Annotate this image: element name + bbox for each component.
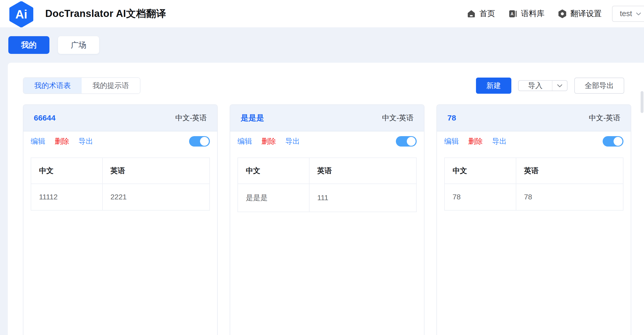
card-title[interactable]: 是是是 xyxy=(241,113,264,123)
panel-actions: 新建 导入 全部导出 xyxy=(476,78,624,94)
table-row: 是是是 111 xyxy=(238,184,416,212)
edit-link[interactable]: 编辑 xyxy=(237,136,252,146)
tab-my-glossaries[interactable]: 我的术语表 xyxy=(23,78,82,93)
card-title[interactable]: 78 xyxy=(447,113,456,122)
glossary-card-list: 66644 中文-英语 编辑 删除 导出 中文 英语 xyxy=(23,104,631,335)
delete-link[interactable]: 删除 xyxy=(468,136,483,146)
terms-table: 中文 英语 78 78 xyxy=(444,157,623,211)
card-body: 编辑 删除 导出 中文 英语 11112 2221 xyxy=(23,131,217,211)
card-title[interactable]: 66644 xyxy=(34,113,55,122)
account-name: test xyxy=(620,9,632,18)
terms-table: 中文 英语 11112 2221 xyxy=(31,157,210,211)
cell-source-term: 是是是 xyxy=(238,184,309,212)
delete-link[interactable]: 删除 xyxy=(261,136,276,146)
export-all-button[interactable]: 全部导出 xyxy=(574,78,624,94)
tab-plaza[interactable]: 广场 xyxy=(58,36,99,54)
toggle-knob xyxy=(407,137,416,146)
card-language-pair: 中文-英语 xyxy=(175,113,207,123)
card-language-pair: 中文-英语 xyxy=(589,113,620,123)
enable-toggle[interactable] xyxy=(603,136,623,147)
card-language-pair: 中文-英语 xyxy=(382,113,414,123)
page-tabs: 我的 广场 xyxy=(8,36,644,54)
app-logo-icon: Ai xyxy=(8,1,34,27)
top-nav: 首页 A 语料库 翻译设置 xyxy=(467,8,602,19)
export-link[interactable]: 导出 xyxy=(79,136,93,146)
chevron-down-icon xyxy=(556,82,563,89)
corpus-icon: A xyxy=(508,9,517,18)
tab-my-prompts[interactable]: 我的提示语 xyxy=(82,78,140,93)
glossary-card: 66644 中文-英语 编辑 删除 导出 中文 英语 xyxy=(23,104,218,335)
glossary-card: 是是是 中文-英语 编辑 删除 导出 中文 英语 xyxy=(230,104,424,335)
column-header-target: 英语 xyxy=(309,158,416,184)
import-split-button: 导入 xyxy=(518,80,568,91)
card-body: 编辑 删除 导出 中文 英语 78 78 xyxy=(437,131,631,211)
create-button[interactable]: 新建 xyxy=(476,78,511,94)
cell-source-term: 11112 xyxy=(31,184,102,210)
toggle-knob xyxy=(614,137,622,146)
svg-text:Ai: Ai xyxy=(15,8,27,21)
nav-item-label: 语料库 xyxy=(521,8,544,19)
table-row: 11112 2221 xyxy=(31,184,210,210)
column-header-target: 英语 xyxy=(102,158,210,184)
svg-text:A: A xyxy=(511,11,513,16)
card-header: 66644 中文-英语 xyxy=(23,105,217,131)
nav-item-corpus[interactable]: A 语料库 xyxy=(508,8,544,19)
scrollbar-thumb[interactable] xyxy=(641,91,643,113)
edit-link[interactable]: 编辑 xyxy=(444,136,459,146)
toggle-knob xyxy=(200,137,209,146)
delete-link[interactable]: 删除 xyxy=(55,136,69,146)
tab-mine[interactable]: 我的 xyxy=(8,36,49,54)
nav-item-label: 首页 xyxy=(479,8,495,19)
cell-target-term: 111 xyxy=(309,184,416,212)
cell-target-term: 2221 xyxy=(102,184,210,210)
glossary-card: 78 中文-英语 编辑 删除 导出 中文 英语 7 xyxy=(436,104,631,335)
card-actions: 编辑 删除 导出 xyxy=(444,136,623,147)
nav-item-translation-settings[interactable]: 翻译设置 xyxy=(558,8,602,19)
nav-item-label: 翻译设置 xyxy=(570,8,602,19)
card-header: 是是是 中文-英语 xyxy=(230,105,424,131)
export-link[interactable]: 导出 xyxy=(285,136,300,146)
column-header-source: 中文 xyxy=(31,158,102,184)
card-body: 编辑 删除 导出 中文 英语 是是是 111 xyxy=(230,131,424,212)
import-dropdown-button[interactable] xyxy=(552,81,567,91)
app-title: DocTranslator AI文档翻译 xyxy=(45,7,166,20)
account-dropdown[interactable]: test xyxy=(612,6,644,22)
card-actions: 编辑 删除 导出 xyxy=(237,136,417,147)
settings-icon xyxy=(558,9,567,18)
table-row: 78 78 xyxy=(445,184,623,210)
cell-source-term: 78 xyxy=(445,184,516,210)
cell-target-term: 78 xyxy=(516,184,623,210)
home-icon xyxy=(467,9,476,18)
enable-toggle[interactable] xyxy=(189,136,210,147)
enable-toggle[interactable] xyxy=(396,136,417,147)
glossary-tabs: 我的术语表 我的提示语 xyxy=(23,77,140,94)
column-header-source: 中文 xyxy=(238,158,309,184)
export-link[interactable]: 导出 xyxy=(492,136,507,146)
app-header: Ai DocTranslator AI文档翻译 首页 A 语料库 翻译设置 xyxy=(0,0,644,27)
chevron-down-icon xyxy=(635,10,642,17)
terms-table: 中文 英语 是是是 111 xyxy=(237,157,417,212)
card-header: 78 中文-英语 xyxy=(437,105,631,131)
edit-link[interactable]: 编辑 xyxy=(31,136,45,146)
nav-item-home[interactable]: 首页 xyxy=(467,8,495,19)
card-actions: 编辑 删除 导出 xyxy=(31,136,210,147)
import-button[interactable]: 导入 xyxy=(519,81,552,91)
column-header-target: 英语 xyxy=(516,158,623,184)
main-panel: 我的术语表 我的提示语 新建 导入 全部导出 66644 中文-英语 编辑 xyxy=(8,63,644,335)
column-header-source: 中文 xyxy=(445,158,516,184)
panel-header: 我的术语表 我的提示语 新建 导入 全部导出 xyxy=(23,77,629,94)
